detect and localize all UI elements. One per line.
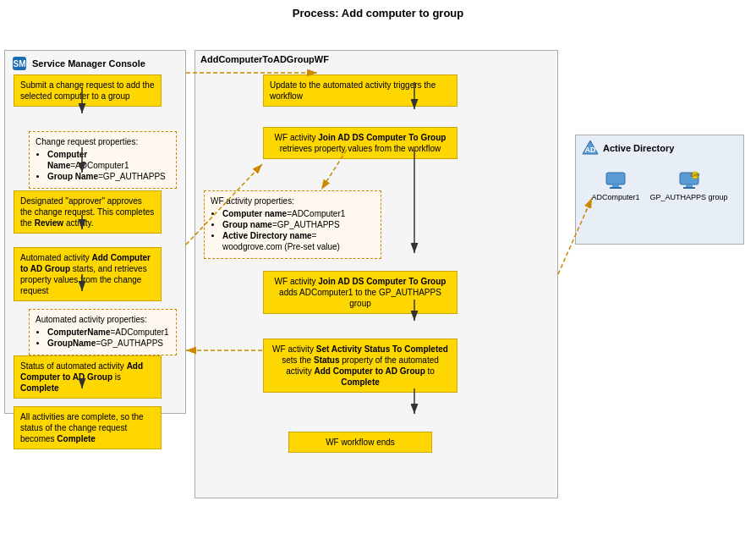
wf-props-box: WF activity properties: Computer name=AD…	[204, 190, 381, 259]
ad-computer-item: ADComputer1	[591, 169, 639, 201]
smc-change-props-list: Computer Name=ADComputer1 Group Name=GP_…	[36, 149, 170, 182]
svg-rect-6	[610, 187, 622, 189]
computer-icon	[604, 169, 627, 193]
wf-ends-box: WF workflow ends	[288, 432, 432, 453]
active-directory-icon: AD	[581, 139, 600, 157]
svg-text:SM: SM	[14, 59, 26, 69]
svg-rect-5	[612, 184, 619, 187]
wf-label: AddComputerToADGroupWF	[195, 51, 557, 68]
ad-label: AD Active Directory	[576, 135, 743, 161]
smc-status-box: Status of automated activity Add Compute…	[14, 355, 162, 399]
svg-rect-8	[686, 184, 693, 187]
page-title: Process: Add computer to group	[0, 0, 756, 25]
smc-submit-box: Submit a change request to add the selec…	[14, 74, 162, 107]
wf-join1-box: WF activity Join AD DS Computer To Group…	[263, 127, 457, 159]
svg-rect-9	[683, 187, 695, 189]
smc-change-props-box: Change request properties: Computer Name…	[29, 131, 177, 189]
smc-automated-box: Automated activity Add Computer to AD Gr…	[14, 247, 162, 301]
ad-group-item: GRP GP_AUTHAPPS group	[649, 169, 727, 201]
section-smc: SM Service Manager Console Submit a chan…	[4, 50, 186, 414]
wf-join2-box: WF activity Join AD DS Computer To Group…	[263, 271, 457, 314]
svg-rect-4	[606, 173, 625, 184]
wf-trigger-box: Update to the automated activity trigger…	[263, 74, 457, 107]
diagram-container: SM Service Manager Console Submit a chan…	[0, 25, 756, 541]
group-icon: GRP	[677, 169, 701, 193]
smc-approver-box: Designated "approver" approves the chang…	[14, 190, 162, 234]
smc-auto-props-list: ComputerName=ADComputer1 GroupName=GP_AU…	[36, 327, 170, 349]
smc-complete-box: All activities are complete, so the stat…	[14, 406, 162, 449]
section-wf: AddComputerToADGroupWF Update to the aut…	[194, 50, 558, 498]
ad-icons-area: ADComputer1 GRP GP_AUTHAPPS group	[576, 161, 743, 210]
service-manager-icon: SM	[10, 54, 29, 73]
wf-props-list: Computer name=ADComputer1 Group name=GP_…	[211, 208, 375, 252]
smc-label: SM Service Manager Console	[5, 51, 185, 76]
svg-text:GRP: GRP	[690, 173, 700, 178]
section-ad: AD Active Directory ADComputer1 GR	[575, 135, 744, 245]
wf-set-status-box: WF activity Set Activity Status To Compl…	[263, 339, 457, 393]
smc-auto-props-box: Automated activity properties: ComputerN…	[29, 309, 177, 355]
svg-text:AD: AD	[585, 146, 596, 154]
